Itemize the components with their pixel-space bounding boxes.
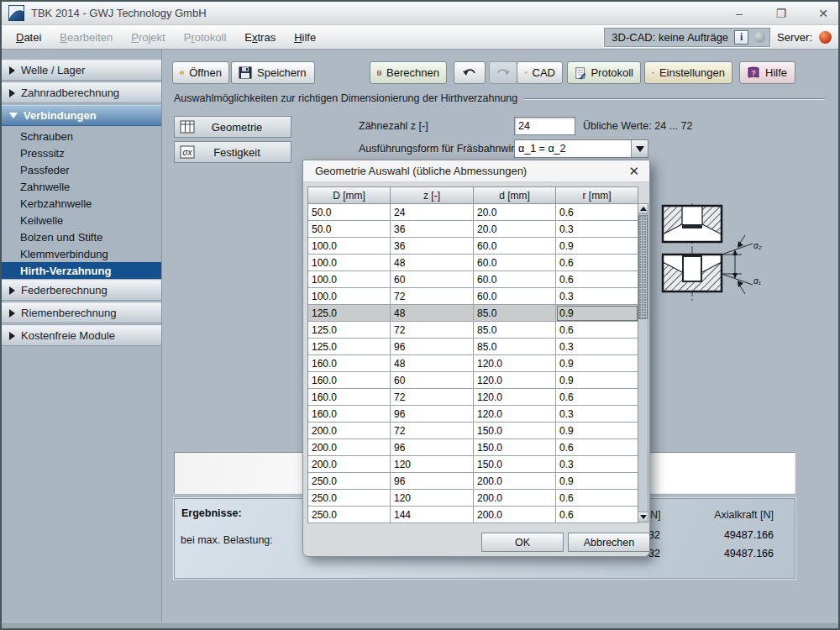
- table-cell[interactable]: 60.0: [474, 288, 556, 305]
- cancel-button[interactable]: Abbrechen: [568, 533, 650, 552]
- menu-hilfe[interactable]: Hilfe: [285, 28, 325, 47]
- ok-button[interactable]: OK: [481, 533, 564, 552]
- sidebar-item-klemmverbindung[interactable]: Klemmverbindung: [2, 245, 161, 262]
- table-cell[interactable]: 0.9: [556, 423, 638, 439]
- table-cell[interactable]: 120.0: [474, 389, 556, 406]
- table-cell[interactable]: 150.0: [474, 439, 556, 456]
- sidebar-item-federberechnung[interactable]: Federberechnung: [2, 280, 161, 301]
- menu-datei[interactable]: Datei: [7, 28, 50, 47]
- table-cell[interactable]: 150.0: [474, 456, 556, 473]
- table-cell[interactable]: 0.6: [556, 255, 638, 271]
- table-cell[interactable]: 85.0: [474, 322, 556, 339]
- table-cell[interactable]: 144: [391, 507, 474, 523]
- scroll-up-button[interactable]: [638, 204, 648, 214]
- teeth-count-input[interactable]: 24: [514, 117, 575, 135]
- table-cell[interactable]: 120.0: [474, 406, 556, 423]
- table-cell[interactable]: 250.0: [308, 507, 391, 523]
- sidebar-item-kerbzahnwelle[interactable]: Kerbzahnwelle: [2, 195, 161, 212]
- table-cell[interactable]: 72: [391, 389, 474, 406]
- table-cell[interactable]: 160.0: [308, 406, 391, 423]
- sidebar-item-hirth-verzahnung[interactable]: Hirth-Verzahnung: [2, 262, 161, 279]
- table-cell[interactable]: 200.0: [474, 507, 556, 523]
- table-cell[interactable]: 36: [391, 238, 474, 255]
- table-cell[interactable]: 0.6: [556, 490, 638, 507]
- table-cell[interactable]: 24: [391, 204, 474, 221]
- table-cell[interactable]: 0.3: [556, 339, 638, 355]
- table-cell[interactable]: 0.6: [556, 389, 638, 406]
- table-cell[interactable]: 200.0: [308, 439, 391, 456]
- table-cell[interactable]: 125.0: [308, 339, 391, 355]
- table-cell[interactable]: 72: [391, 288, 474, 305]
- calculate-button[interactable]: Berechnen: [370, 61, 447, 84]
- table-cell[interactable]: 48: [391, 305, 474, 322]
- sidebar-item-zahnradberechnung[interactable]: Zahnradberechnung: [2, 82, 161, 103]
- table-cell[interactable]: 96: [391, 339, 474, 355]
- table-cell[interactable]: 60: [391, 271, 474, 288]
- table-cell[interactable]: 0.3: [556, 456, 638, 473]
- dialog-close-icon[interactable]: ✕: [628, 164, 639, 179]
- sidebar-item-riemenberechnung[interactable]: Riemenberechnung: [2, 302, 161, 323]
- table-cell[interactable]: 200.0: [308, 456, 391, 473]
- table-cell[interactable]: 0.6: [556, 507, 638, 523]
- table-cell[interactable]: 0.6: [556, 439, 638, 456]
- cad-button[interactable]: CAD: [517, 61, 563, 84]
- table-cell[interactable]: 0.6: [556, 271, 638, 288]
- info-button[interactable]: i: [734, 30, 748, 45]
- help-button[interactable]: ? Hilfe: [739, 61, 795, 84]
- table-cell[interactable]: 200.0: [474, 490, 556, 507]
- form-select-arrow-button[interactable]: [631, 140, 648, 157]
- minimize-button[interactable]: –: [732, 7, 746, 20]
- menu-protokoll[interactable]: Protokoll: [175, 28, 236, 47]
- scroll-down-button[interactable]: [638, 512, 648, 522]
- table-cell[interactable]: 120.0: [474, 355, 556, 372]
- sidebar-item-keilwelle[interactable]: Keilwelle: [2, 212, 161, 228]
- table-cell[interactable]: 120: [391, 490, 474, 507]
- table-scrollbar[interactable]: [638, 203, 648, 522]
- sidebar-item-kostenfreie-module[interactable]: Kostenfreie Module: [2, 325, 161, 346]
- table-cell[interactable]: 48: [391, 355, 474, 372]
- table-cell[interactable]: 200.0: [474, 473, 556, 490]
- table-cell[interactable]: 120.0: [474, 372, 556, 389]
- table-cell[interactable]: 100.0: [308, 288, 391, 305]
- table-cell[interactable]: 36: [391, 221, 474, 238]
- table-cell[interactable]: 48: [391, 255, 474, 271]
- menu-bearbeiten[interactable]: Bearbeiten: [50, 28, 122, 47]
- table-cell[interactable]: 0.9: [556, 355, 638, 372]
- table-column-header[interactable]: D [mm]: [308, 187, 391, 204]
- menu-projekt[interactable]: Projekt: [122, 28, 174, 47]
- table-cell[interactable]: 200.0: [308, 423, 391, 439]
- table-cell[interactable]: 50.0: [308, 204, 391, 221]
- table-cell[interactable]: 125.0: [308, 305, 391, 322]
- strength-tab-button[interactable]: σx Festigkeit: [174, 141, 291, 163]
- table-cell[interactable]: 0.3: [556, 221, 638, 238]
- table-cell[interactable]: 0.9: [556, 305, 638, 322]
- table-cell[interactable]: 100.0: [308, 238, 391, 255]
- table-cell[interactable]: 50.0: [308, 221, 391, 238]
- protocol-button[interactable]: Protokoll: [567, 61, 641, 84]
- table-cell[interactable]: 60.0: [474, 271, 556, 288]
- table-cell[interactable]: 96: [391, 406, 474, 423]
- sidebar-item-passfeder[interactable]: Passfeder: [2, 161, 161, 178]
- geometry-tab-button[interactable]: Geometrie: [174, 116, 291, 138]
- form-select[interactable]: α_1 = α_2: [514, 139, 648, 158]
- table-cell[interactable]: 96: [391, 473, 474, 490]
- sidebar-item-verbindungen[interactable]: Verbindungen: [2, 105, 161, 126]
- table-cell[interactable]: 250.0: [308, 490, 391, 507]
- table-cell[interactable]: 0.9: [556, 473, 638, 490]
- sidebar-item-welle-lager[interactable]: Welle / Lager: [2, 60, 161, 81]
- table-cell[interactable]: 60.0: [474, 255, 556, 271]
- sidebar-item-zahnwelle[interactable]: Zahnwelle: [2, 178, 161, 195]
- table-column-header[interactable]: z [-]: [391, 187, 474, 204]
- scrollbar-thumb[interactable]: [638, 215, 648, 319]
- table-cell[interactable]: 150.0: [474, 423, 556, 439]
- table-cell[interactable]: 0.6: [556, 204, 638, 221]
- table-cell[interactable]: 0.3: [556, 288, 638, 305]
- sidebar-item-schrauben[interactable]: Schrauben: [2, 128, 161, 144]
- table-cell[interactable]: 20.0: [474, 221, 556, 238]
- table-cell[interactable]: 160.0: [308, 355, 391, 372]
- table-cell[interactable]: 85.0: [474, 339, 556, 355]
- table-cell[interactable]: 100.0: [308, 255, 391, 271]
- settings-button[interactable]: Einstellungen: [644, 61, 732, 84]
- table-column-header[interactable]: r [mm]: [556, 187, 638, 204]
- table-cell[interactable]: 60.0: [474, 238, 556, 255]
